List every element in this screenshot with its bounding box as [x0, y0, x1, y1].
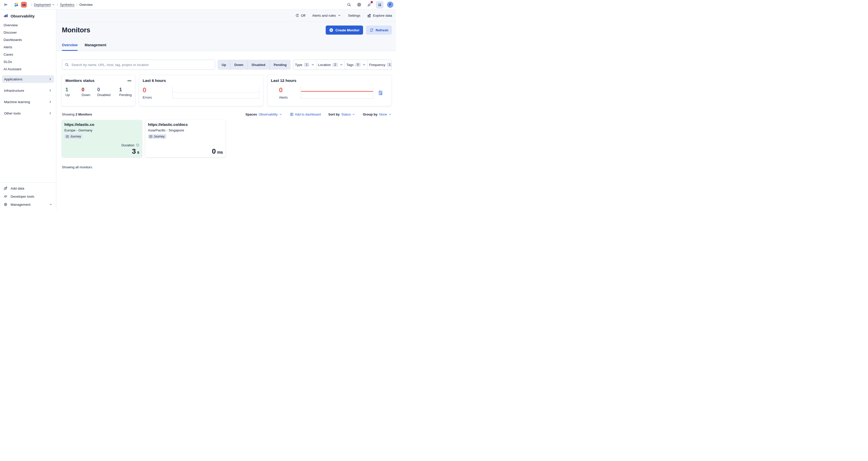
tab-management[interactable]: Management	[85, 43, 106, 51]
filter-pending-button[interactable]: Pending	[270, 60, 290, 70]
stat-up: 1 Up	[65, 87, 82, 97]
sidebar-item-overview[interactable]: Overview	[0, 22, 56, 29]
top-bar: ob / Deployment / Synthetics / Overview	[0, 0, 396, 9]
refresh-clock-icon	[295, 13, 299, 18]
sidebar-group-other-tools[interactable]: Other tools	[2, 110, 54, 117]
apps-menu-button[interactable]	[376, 1, 383, 8]
filter-up-button[interactable]: Up	[218, 60, 230, 70]
sidebar-item-cases[interactable]: Cases	[0, 51, 56, 58]
breadcrumb-separator: /	[29, 3, 34, 6]
stat-disabled: 0 Disabled	[97, 87, 119, 97]
monitor-location: Asia/Pacific - Singapore	[148, 128, 223, 132]
panel-title: Last 6 hours	[143, 78, 166, 83]
type-filter-dropdown[interactable]: Type 1	[293, 60, 316, 69]
explore-data-link[interactable]: Explore data	[367, 13, 392, 18]
question-circle-icon[interactable]: ?	[136, 143, 140, 147]
observability-logo-icon	[3, 13, 8, 18]
auto-refresh-toggle[interactable]: Off	[295, 13, 306, 18]
menu-collapse-icon	[4, 2, 8, 7]
alerts-summary: 0 Alerts	[271, 86, 301, 99]
refresh-icon	[370, 28, 374, 32]
content-area: Up Down Disabled Pending Type 1 Location…	[56, 51, 396, 210]
filter-down-button[interactable]: Down	[230, 60, 247, 70]
news-party-icon	[367, 2, 371, 7]
group-by-selector[interactable]: Group by None	[363, 113, 392, 116]
alerts-and-rules-menu[interactable]: Alerts and rules	[312, 13, 341, 18]
monitor-type-badge: Journey	[64, 134, 83, 139]
collapse-menu-button[interactable]	[2, 1, 9, 8]
search-input[interactable]	[71, 63, 212, 67]
project-badge[interactable]: ob	[21, 2, 27, 7]
chevron-down-icon	[362, 63, 366, 66]
spaces-selector[interactable]: Spaces Observability	[245, 113, 282, 116]
sidebar-item-ai-assistant[interactable]: AI Assistant	[0, 65, 56, 73]
sidebar-group-machine-learning[interactable]: Machine learning	[2, 98, 54, 106]
panel-title: Monitors status	[65, 78, 94, 83]
chevron-down-icon	[340, 63, 343, 66]
type-count-badge: 1	[304, 63, 309, 67]
chevron-down-icon	[49, 203, 53, 206]
solution-header: Observability	[0, 13, 56, 18]
sidebar-item-discover[interactable]: Discover	[0, 29, 56, 36]
refresh-button[interactable]: Refresh	[366, 26, 392, 35]
user-avatar[interactable]: F	[387, 1, 393, 8]
chevron-right-icon	[49, 100, 52, 104]
duration-label: Duration ?	[64, 143, 140, 147]
chevron-down-icon	[352, 113, 355, 116]
rocket-icon	[3, 186, 7, 190]
plus-circle-icon	[329, 28, 333, 32]
chevron-down-icon	[388, 113, 392, 116]
panel-menu-icon[interactable]	[127, 79, 131, 83]
monitor-name[interactable]: https://elastic.co/docs	[148, 122, 223, 126]
monitor-name[interactable]: https://elastic.co	[64, 122, 140, 126]
sidebar-group-infrastructure[interactable]: Infrastructure	[2, 87, 54, 94]
breadcrumb-synthetics[interactable]: Synthetics	[60, 3, 74, 6]
stat-pending: 1 Pending	[119, 87, 132, 97]
apps-grid-icon	[378, 3, 382, 7]
elastic-logo-icon	[14, 2, 19, 7]
add-to-dashboard-button[interactable]: Add to dashboard	[290, 113, 321, 116]
monitor-card-elastic-co[interactable]: https://elastic.co Europe - Germany Jour…	[62, 120, 142, 157]
search-icon	[347, 2, 351, 7]
monitor-search[interactable]	[62, 60, 215, 70]
tab-overview[interactable]: Overview	[62, 43, 78, 51]
lifebuoy-help-icon	[357, 2, 361, 7]
breadcrumb-deployment[interactable]: Deployment	[34, 3, 55, 6]
svg-text:?: ?	[137, 144, 138, 146]
tags-filter-dropdown[interactable]: Tags 0	[345, 60, 368, 69]
monitor-card-elastic-co-docs[interactable]: https://elastic.co/docs Asia/Pacific - S…	[146, 120, 225, 157]
chevron-right-icon	[49, 89, 52, 92]
sidebar-item-management[interactable]: Management	[0, 200, 56, 208]
sidebar-item-developer-tools[interactable]: Developer tools	[0, 192, 56, 200]
showing-all-monitors-note: Showing all monitors	[62, 165, 392, 169]
gear-icon	[3, 202, 7, 206]
global-search-button[interactable]	[346, 1, 352, 8]
bar-chart-icon	[367, 13, 371, 18]
errors-summary: 0 Errors	[143, 86, 173, 99]
alerts-zero-line	[301, 91, 373, 92]
sidebar-item-dashboards[interactable]: Dashboards	[0, 36, 56, 44]
sidebar-group-applications[interactable]: Applications	[2, 75, 54, 83]
newsfeed-button[interactable]	[366, 1, 372, 8]
stat-down: 0 Down	[82, 87, 97, 97]
search-icon	[65, 63, 69, 67]
location-filter-dropdown[interactable]: Location 2	[316, 60, 345, 69]
inspect-alerts-icon[interactable]	[378, 90, 383, 95]
elastic-logo[interactable]	[14, 2, 19, 7]
location-count-badge: 2	[333, 63, 338, 67]
sidebar-item-add-data[interactable]: Add data	[0, 184, 56, 192]
breadcrumb-separator: /	[55, 3, 60, 6]
help-button[interactable]	[356, 1, 362, 8]
filter-disabled-button[interactable]: Disabled	[248, 60, 270, 70]
page-title: Monitors	[62, 26, 90, 34]
sidebar-item-alerts[interactable]: Alerts	[0, 44, 56, 51]
sidebar-item-slos[interactable]: SLOs	[0, 58, 56, 65]
page-toolbar: Off Alerts and rules Settings	[56, 9, 396, 22]
monitor-duration: 0ms	[148, 148, 223, 155]
settings-link[interactable]: Settings	[348, 13, 360, 18]
showing-count: Showing2 Monitors	[62, 113, 92, 116]
chevron-down-icon	[311, 63, 315, 66]
create-monitor-button[interactable]: Create Monitor	[326, 26, 363, 35]
sort-by-selector[interactable]: Sort by Status	[328, 113, 355, 116]
frequency-filter-dropdown[interactable]: Frequency 1	[368, 60, 392, 69]
